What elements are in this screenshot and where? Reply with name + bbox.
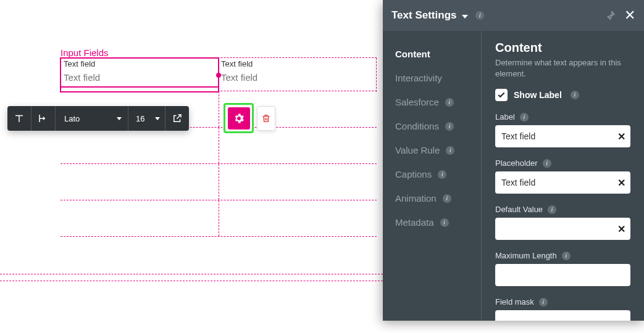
panel-header: Text Settings i ✕ xyxy=(383,0,644,31)
font-name: Lato xyxy=(64,114,80,123)
nav-item-content[interactable]: Content xyxy=(395,42,481,66)
delete-button[interactable] xyxy=(257,106,275,131)
info-icon[interactable]: i xyxy=(440,218,449,227)
info-icon[interactable]: i xyxy=(475,11,484,20)
nav-item-value-rule[interactable]: Value Rulei xyxy=(395,138,481,162)
close-button[interactable]: ✕ xyxy=(624,9,635,22)
grid-full-row xyxy=(0,274,383,281)
default-value-input[interactable] xyxy=(495,218,630,240)
chevron-down-icon xyxy=(462,15,468,18)
text-field-1-label: Text field xyxy=(61,58,218,68)
content-subtext: Determine what text appears in this elem… xyxy=(495,57,630,79)
text-field-1[interactable]: Text field xyxy=(61,58,219,92)
trash-icon xyxy=(261,113,271,124)
text-field-2-input[interactable] xyxy=(219,68,376,86)
settings-nav: ContentInteractivitySalesforceiCondition… xyxy=(383,31,482,321)
nav-label: Interactivity xyxy=(395,73,442,83)
font-dropdown[interactable]: Lato xyxy=(56,106,128,131)
label-input[interactable] xyxy=(495,125,630,147)
nav-label: Animation xyxy=(395,193,437,204)
text-field-2-label: Text field xyxy=(219,58,376,68)
info-icon[interactable]: i xyxy=(446,146,454,155)
chevron-down-icon xyxy=(117,117,122,120)
placeholder-field-label: Placeholder i xyxy=(495,158,630,168)
text-settings-panel: Text Settings i ✕ ContentInteractivitySa… xyxy=(383,0,644,321)
grid-row xyxy=(61,164,377,200)
info-icon[interactable]: i xyxy=(543,159,551,168)
maxlength-input[interactable] xyxy=(495,264,630,286)
nav-item-interactivity[interactable]: Interactivity xyxy=(395,66,481,90)
text-icon xyxy=(14,113,25,124)
info-icon[interactable]: i xyxy=(445,98,454,107)
info-icon[interactable]: i xyxy=(438,170,446,179)
nav-label: Content xyxy=(395,49,430,59)
font-size-dropdown[interactable]: 16 xyxy=(128,106,165,131)
clear-button[interactable]: ✕ xyxy=(617,131,625,142)
nav-label: Value Rule xyxy=(395,145,440,155)
format-toolbar: Lato 16 xyxy=(7,106,189,131)
nav-item-conditions[interactable]: Conditionsi xyxy=(395,114,481,138)
info-icon[interactable]: i xyxy=(571,91,579,99)
grid-row xyxy=(61,128,377,164)
font-size: 16 xyxy=(136,114,144,123)
text-field-2[interactable]: Text field xyxy=(219,58,377,92)
content-heading: Content xyxy=(495,41,630,55)
info-icon[interactable]: i xyxy=(443,194,451,203)
nav-label: Captions xyxy=(395,169,432,179)
external-link-icon xyxy=(172,113,183,124)
info-icon[interactable]: i xyxy=(539,298,548,306)
nav-label: Salesforce xyxy=(395,97,439,107)
fieldmask-input[interactable] xyxy=(495,310,630,321)
show-label-checkbox[interactable] xyxy=(495,89,508,101)
info-icon[interactable]: i xyxy=(520,113,529,121)
clear-button[interactable]: ✕ xyxy=(617,177,625,189)
panel-title[interactable]: Text Settings xyxy=(391,9,468,22)
maxlength-field-label: Maximum Length i xyxy=(495,251,630,260)
nav-item-salesforce[interactable]: Salesforcei xyxy=(395,90,481,114)
settings-button[interactable] xyxy=(228,107,250,130)
info-icon[interactable]: i xyxy=(562,252,571,260)
show-label-text: Show Label xyxy=(514,90,562,100)
grid-row xyxy=(61,200,377,237)
gear-icon xyxy=(233,112,245,125)
settings-content: Content Determine what text appears in t… xyxy=(482,31,644,321)
open-external-button[interactable] xyxy=(165,106,189,131)
align-left-icon xyxy=(38,113,49,124)
info-icon[interactable]: i xyxy=(445,122,454,131)
settings-highlight xyxy=(224,103,254,133)
check-icon xyxy=(497,91,506,99)
pin-icon[interactable] xyxy=(606,10,616,20)
clear-button[interactable]: ✕ xyxy=(617,223,625,235)
default-value-field-label: Default Value i xyxy=(495,205,630,214)
info-icon[interactable]: i xyxy=(548,205,556,214)
section-title: Input Fields xyxy=(61,47,109,58)
nav-item-metadata[interactable]: Metadatai xyxy=(395,210,481,234)
canvas-area: Input Fields Text field Text field Lato … xyxy=(0,0,383,333)
fields-row: Text field Text field xyxy=(61,57,377,91)
text-style-button[interactable] xyxy=(7,106,31,131)
label-field-label: Label i xyxy=(495,112,630,121)
align-button[interactable] xyxy=(31,106,56,131)
nav-label: Metadata xyxy=(395,217,434,228)
chevron-down-icon xyxy=(155,117,160,120)
nav-item-captions[interactable]: Captionsi xyxy=(395,162,481,186)
nav-item-animation[interactable]: Animationi xyxy=(395,186,481,210)
placeholder-input[interactable] xyxy=(495,171,630,194)
nav-label: Conditions xyxy=(395,121,439,131)
fieldmask-field-label: Field mask i xyxy=(495,297,630,306)
text-field-1-input[interactable] xyxy=(61,68,218,88)
